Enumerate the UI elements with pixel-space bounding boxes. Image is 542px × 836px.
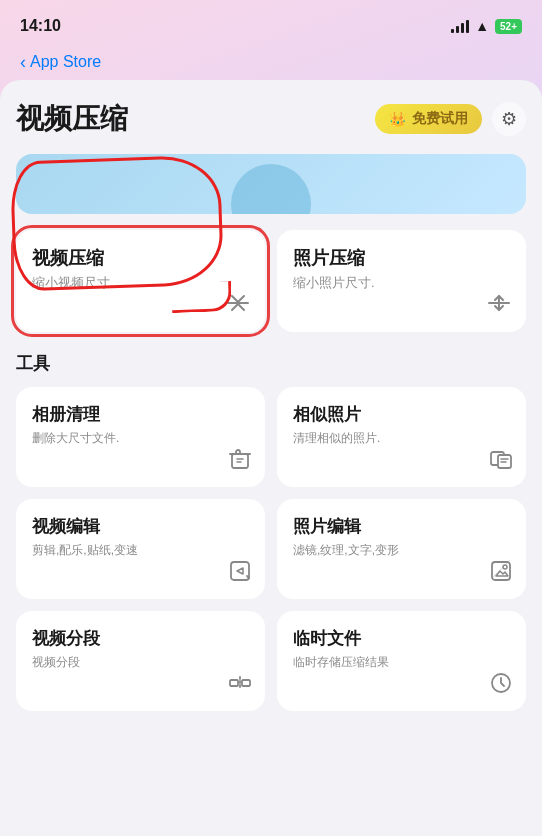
feature-title-0: 视频压缩 — [32, 246, 249, 270]
page-header: 视频压缩 👑 免费试用 ⚙ — [16, 100, 526, 138]
nav-bar: ‹ App Store — [0, 44, 542, 80]
trial-label: 免费试用 — [412, 110, 468, 128]
trial-button[interactable]: 👑 免费试用 — [375, 104, 482, 134]
status-bar: 14:10 ▲ 52+ — [0, 0, 542, 44]
settings-button[interactable]: ⚙ — [492, 102, 526, 136]
tool-desc-4: 视频分段 — [32, 654, 249, 671]
features-grid: 视频压缩 缩小视频尺寸. 照片压缩 缩小照片尺寸. — [16, 230, 526, 332]
wifi-icon: ▲ — [475, 18, 489, 34]
tool-card-photo-edit[interactable]: 照片编辑 滤镜,纹理,文字,变形 — [277, 499, 526, 599]
tool-title-1: 相似照片 — [293, 403, 510, 426]
tool-title-0: 相册清理 — [32, 403, 249, 426]
tool-desc-0: 删除大尺寸文件. — [32, 430, 249, 447]
status-time: 14:10 — [20, 17, 61, 35]
tool-card-video-split[interactable]: 视频分段 视频分段 — [16, 611, 265, 711]
temp-files-icon — [490, 672, 512, 699]
video-edit-icon — [229, 560, 251, 587]
banner-decoration — [231, 164, 311, 214]
tool-desc-1: 清理相似的照片. — [293, 430, 510, 447]
svg-rect-8 — [230, 680, 238, 686]
crown-icon: 👑 — [389, 111, 406, 127]
signal-icon — [451, 19, 469, 33]
feature-card-video-compress[interactable]: 视频压缩 缩小视频尺寸. — [16, 230, 265, 332]
back-chevron-icon: ‹ — [20, 52, 26, 73]
similar-photos-icon — [490, 448, 512, 475]
back-label: App Store — [30, 53, 101, 71]
tool-title-4: 视频分段 — [32, 627, 249, 650]
photo-edit-icon — [490, 560, 512, 587]
status-icons: ▲ 52+ — [451, 18, 522, 34]
video-split-icon — [229, 672, 251, 699]
svg-rect-9 — [242, 680, 250, 686]
feature-desc-0: 缩小视频尺寸. — [32, 274, 249, 292]
tool-card-temp-files[interactable]: 临时文件 临时存储压缩结果 — [277, 611, 526, 711]
feature-title-1: 照片压缩 — [293, 246, 510, 270]
tool-card-album-clean[interactable]: 相册清理 删除大尺寸文件. — [16, 387, 265, 487]
tool-title-2: 视频编辑 — [32, 515, 249, 538]
back-button[interactable]: ‹ App Store — [20, 52, 101, 73]
compress-photo-icon — [486, 292, 512, 320]
album-clean-icon — [229, 448, 251, 475]
tool-desc-3: 滤镜,纹理,文字,变形 — [293, 542, 510, 559]
tool-card-similar-photos[interactable]: 相似照片 清理相似的照片. — [277, 387, 526, 487]
feature-desc-1: 缩小照片尺寸. — [293, 274, 510, 292]
banner — [16, 154, 526, 214]
main-content: 视频压缩 👑 免费试用 ⚙ 视频压缩 缩小视频尺寸. — [0, 80, 542, 836]
feature-card-photo-compress[interactable]: 照片压缩 缩小照片尺寸. — [277, 230, 526, 332]
battery-indicator: 52+ — [495, 19, 522, 34]
tool-desc-5: 临时存储压缩结果 — [293, 654, 510, 671]
svg-rect-2 — [232, 454, 248, 468]
tool-desc-2: 剪辑,配乐,贴纸,变速 — [32, 542, 249, 559]
page-title: 视频压缩 — [16, 100, 128, 138]
tool-title-3: 照片编辑 — [293, 515, 510, 538]
header-actions: 👑 免费试用 ⚙ — [375, 102, 526, 136]
compress-video-icon — [225, 292, 251, 320]
tools-grid: 相册清理 删除大尺寸文件. 相似照片 清理相似的照片. — [16, 387, 526, 711]
gear-icon: ⚙ — [501, 108, 517, 130]
svg-rect-5 — [231, 562, 249, 580]
tool-card-video-edit[interactable]: 视频编辑 剪辑,配乐,贴纸,变速 — [16, 499, 265, 599]
tools-section-label: 工具 — [16, 352, 526, 375]
tool-title-5: 临时文件 — [293, 627, 510, 650]
